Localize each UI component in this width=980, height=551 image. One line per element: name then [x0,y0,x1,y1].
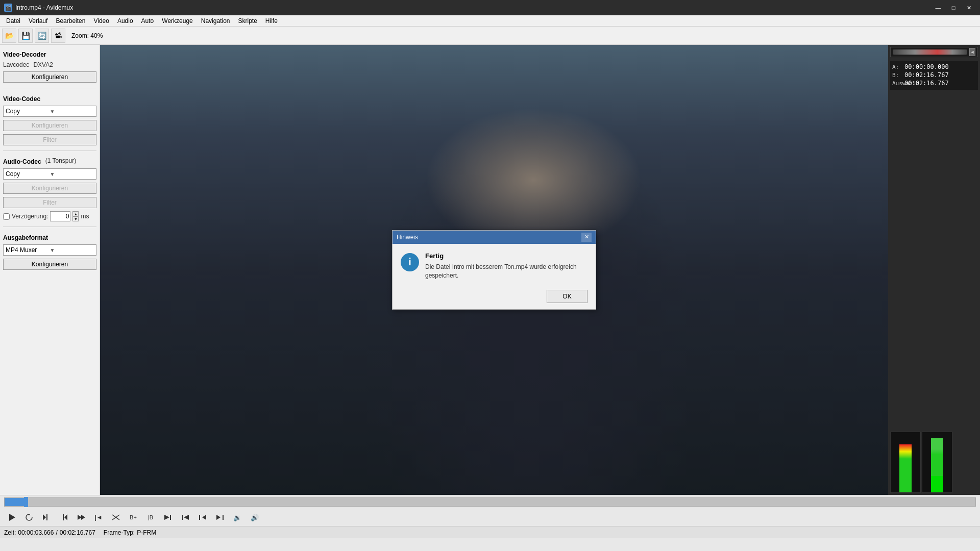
divider-3 [3,227,96,227]
menu-auto[interactable]: Auto [137,16,158,26]
dialog-content: Fertig Die Datei Intro mit besserem Ton.… [425,252,587,280]
svg-marker-2 [43,514,46,520]
b-label: B: [892,72,902,79]
speaker-icon[interactable]: ◄ [969,48,975,56]
a-label: A: [892,64,902,70]
filter-audio-button[interactable]: Filter [3,197,96,208]
meter-bar-left [899,444,912,492]
timeline-progress [5,498,24,506]
spin-down[interactable]: ▼ [72,216,79,221]
auswahl-label: Auswahl: [892,80,902,87]
dialog-ok-button[interactable]: OK [547,290,587,303]
decoder-value: DXVA2 [33,61,53,68]
dialog-title: Hinweis [397,234,418,241]
dialog-overlay: Hinweis ✕ i Fertig Die Datei Intro mit b… [100,45,888,495]
minimize-button[interactable]: — [931,3,945,13]
configure-video-codec-button[interactable]: Konfigurieren [3,120,96,131]
menu-navigation[interactable]: Navigation [197,16,234,26]
time-current: 00:00:03.666 [18,529,54,536]
next-frame-button[interactable] [74,510,89,525]
ausgabe-arrow: ▼ [50,247,94,253]
menu-werkzeuge[interactable]: Werkzeuge [158,16,197,26]
filter-video-button[interactable]: Filter [3,134,96,145]
video-decoder-title: Video-Decoder [3,51,96,58]
ausgabe-dropdown[interactable]: MP4 Muxer ▼ [3,244,96,256]
close-button[interactable]: ✕ [962,3,976,13]
delay-row: Verzögerung: ▲ ▼ ms [3,211,96,221]
audio-codec-dropdown[interactable]: Copy ▼ [3,168,96,180]
delay-spinners: ▲ ▼ [72,211,79,221]
dialog-info-icon: i [401,253,419,271]
content-area: Video-Decoder Lavcodec DXVA2 Konfigurier… [0,45,980,495]
timeline-bar[interactable] [4,497,976,507]
menu-verlauf[interactable]: Verlauf [24,16,52,26]
title-bar: 🎬 Intro.mp4 - Avidemux — □ ✕ [0,0,980,15]
svg-rect-15 [199,515,200,520]
open-button[interactable]: 📂 [2,29,16,43]
dialog-message: Die Datei Intro mit besserem Ton.mp4 wur… [425,263,587,280]
delay-input[interactable] [50,211,70,221]
audio-codec-title: Audio-Codec [3,158,41,165]
timecode-panel: A: 00:00:00.000 B: 00:02:16.767 Auswahl:… [890,61,978,90]
loop-button[interactable] [21,510,37,525]
waveform-bar: ◄ [890,47,978,57]
zoom-label: Zoom: 40% [71,32,103,39]
dialog-titlebar: Hinweis ✕ [393,231,596,244]
back-button[interactable] [56,510,71,525]
maximize-button[interactable]: □ [946,3,961,13]
b-value: 00:02:16.767 [904,71,949,79]
save-button[interactable]: 💾 [18,29,33,43]
dialog: Hinweis ✕ i Fertig Die Datei Intro mit b… [392,230,596,310]
status-bar: Zeit: 00:00:03.666 / 00:02:16.767 Frame-… [0,526,980,538]
svg-rect-17 [223,515,224,520]
cut-button[interactable] [108,510,124,525]
mark-a-button[interactable]: |◄ [91,510,106,525]
frame-left-button[interactable] [178,510,193,525]
audio-tracks: (1 Tonspur) [45,157,76,164]
menu-bearbeiten[interactable]: Bearbeiten [52,16,89,26]
configure-decoder-button[interactable]: Konfigurieren [3,71,96,83]
audio-codec-selected: Copy [6,170,50,178]
spin-up[interactable]: ▲ [72,211,79,216]
forward-button[interactable] [39,510,54,525]
dialog-footer: OK [393,286,596,309]
video-codec-selected: Copy [6,108,50,115]
dialog-body: i Fertig Die Datei Intro mit besserem To… [393,244,596,286]
refresh-button[interactable]: 🔄 [35,29,49,43]
menu-hilfe[interactable]: Hilfe [261,16,282,26]
svg-marker-14 [202,515,206,520]
app-icon: 🎬 [4,4,12,12]
time-total: 00:02:16.767 [60,529,95,536]
play-button[interactable] [4,510,19,525]
preview-button[interactable]: 📽 [51,29,65,43]
svg-marker-12 [184,515,189,520]
svg-marker-7 [81,515,85,520]
configure-audio-codec-button[interactable]: Konfigurieren [3,183,96,194]
menu-skripte[interactable]: Skripte [234,16,261,26]
video-codec-dropdown[interactable]: Copy ▼ [3,106,96,117]
copy-button[interactable]: B+ [126,510,141,525]
timeline-marker[interactable] [24,497,28,507]
jump-end-button[interactable] [212,510,228,525]
sidebar: Video-Decoder Lavcodec DXVA2 Konfigurier… [0,45,100,495]
svg-rect-3 [46,514,47,520]
menu-video[interactable]: Video [89,16,113,26]
a-value: 00:00:00.000 [904,63,949,70]
jump-start-button[interactable] [195,510,210,525]
configure-ausgabe-button[interactable]: Konfigurieren [3,259,96,270]
volume-down-button[interactable]: 🔉 [230,510,245,525]
svg-marker-0 [9,514,15,521]
decoder-name: Lavcodec [3,61,29,68]
paste-button[interactable]: |B [143,510,158,525]
bottom-area: |◄ B+ |B 🔉 [0,495,980,551]
menu-datei[interactable]: Datei [2,16,24,26]
delay-checkbox[interactable] [3,213,10,220]
right-panel: ◄ A: 00:00:00.000 B: 00:02:16.767 Auswah… [888,45,980,495]
menu-audio[interactable]: Audio [113,16,137,26]
volume-up-button[interactable]: 🔊 [247,510,262,525]
frame-right-button[interactable] [160,510,176,525]
audio-codec-arrow: ▼ [50,171,94,177]
svg-rect-5 [63,514,64,520]
svg-marker-6 [78,515,82,520]
dialog-close-button[interactable]: ✕ [581,233,592,242]
